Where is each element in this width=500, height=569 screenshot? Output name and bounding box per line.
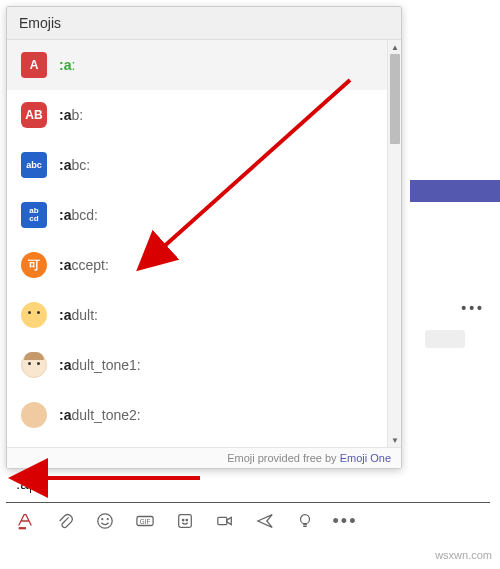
chat-separator-bar bbox=[410, 180, 500, 202]
compose-text: :a bbox=[16, 475, 29, 492]
svg-text:GIF: GIF bbox=[140, 518, 151, 525]
svg-point-1 bbox=[102, 519, 103, 520]
compose-input[interactable]: :a bbox=[6, 469, 490, 503]
format-icon[interactable] bbox=[16, 512, 34, 530]
sticker-icon[interactable] bbox=[176, 512, 194, 530]
message-bubble bbox=[425, 330, 465, 348]
scroll-down-icon[interactable]: ▼ bbox=[388, 433, 401, 447]
emoji-code: :accept: bbox=[59, 257, 109, 273]
popup-body: A :a: AB :ab: abc :abc: ab cd :abcd: 可 :… bbox=[7, 40, 401, 447]
abcd-emoji-icon: ab cd bbox=[21, 202, 47, 228]
watermark: wsxwn.com bbox=[435, 549, 492, 561]
svg-rect-5 bbox=[179, 515, 192, 528]
attach-icon[interactable] bbox=[56, 512, 74, 530]
scrollbar[interactable]: ▲ ▼ bbox=[387, 40, 401, 447]
accept-emoji-icon: 可 bbox=[21, 252, 47, 278]
emoji-row-accept[interactable]: 可 :accept: bbox=[7, 240, 387, 290]
send-icon[interactable] bbox=[256, 512, 274, 530]
emoji-code: :adult: bbox=[59, 307, 98, 323]
scroll-up-icon[interactable]: ▲ bbox=[388, 40, 401, 54]
bulb-icon[interactable] bbox=[296, 512, 314, 530]
emoji-code: :ab: bbox=[59, 107, 83, 123]
popup-title: Emojis bbox=[7, 7, 401, 40]
emoji-row-a[interactable]: A :a: bbox=[7, 40, 387, 90]
adult-emoji-icon bbox=[21, 302, 47, 328]
emoji-row-abcd[interactable]: ab cd :abcd: bbox=[7, 190, 387, 240]
svg-point-7 bbox=[186, 519, 187, 520]
emoji-row-ab[interactable]: AB :ab: bbox=[7, 90, 387, 140]
svg-point-0 bbox=[98, 514, 112, 528]
footer-text: Emoji provided free by bbox=[227, 452, 340, 464]
adult-tone1-emoji-icon bbox=[21, 352, 47, 378]
emoji-code: :abcd: bbox=[59, 207, 98, 223]
emoji-code: :adult_tone2: bbox=[59, 407, 141, 423]
emoji-row-adult-tone1[interactable]: :adult_tone1: bbox=[7, 340, 387, 390]
a-emoji-icon: A bbox=[21, 52, 47, 78]
emoji-code: :adult_tone1: bbox=[59, 357, 141, 373]
adult-tone2-emoji-icon bbox=[21, 402, 47, 428]
emoji-picker-popup: Emojis A :a: AB :ab: abc :abc: ab cd :ab… bbox=[6, 6, 402, 469]
meet-now-icon[interactable] bbox=[216, 512, 234, 530]
svg-rect-8 bbox=[218, 517, 227, 524]
svg-point-9 bbox=[301, 515, 310, 524]
popup-footer: Emoji provided free by Emoji One bbox=[7, 447, 401, 468]
emoji-row-adult[interactable]: :adult: bbox=[7, 290, 387, 340]
scrollbar-thumb[interactable] bbox=[390, 54, 400, 144]
text-cursor bbox=[30, 477, 31, 493]
emoji-icon[interactable] bbox=[96, 512, 114, 530]
abc-emoji-icon: abc bbox=[21, 152, 47, 178]
emoji-row-abc[interactable]: abc :abc: bbox=[7, 140, 387, 190]
emoji-list: A :a: AB :ab: abc :abc: ab cd :abcd: 可 :… bbox=[7, 40, 387, 447]
emoji-one-link[interactable]: Emoji One bbox=[340, 452, 391, 464]
gif-icon[interactable]: GIF bbox=[136, 512, 154, 530]
chat-message-preview: ••• bbox=[410, 300, 490, 360]
svg-point-2 bbox=[107, 519, 108, 520]
compose-toolbar: GIF ••• bbox=[6, 503, 490, 539]
message-more-icon[interactable]: ••• bbox=[461, 300, 485, 316]
emoji-code: :abc: bbox=[59, 157, 90, 173]
ab-emoji-icon: AB bbox=[21, 102, 47, 128]
svg-point-6 bbox=[182, 519, 183, 520]
more-icon[interactable]: ••• bbox=[336, 512, 354, 530]
emoji-row-adult-tone2[interactable]: :adult_tone2: bbox=[7, 390, 387, 440]
emoji-code: :a: bbox=[59, 57, 75, 73]
